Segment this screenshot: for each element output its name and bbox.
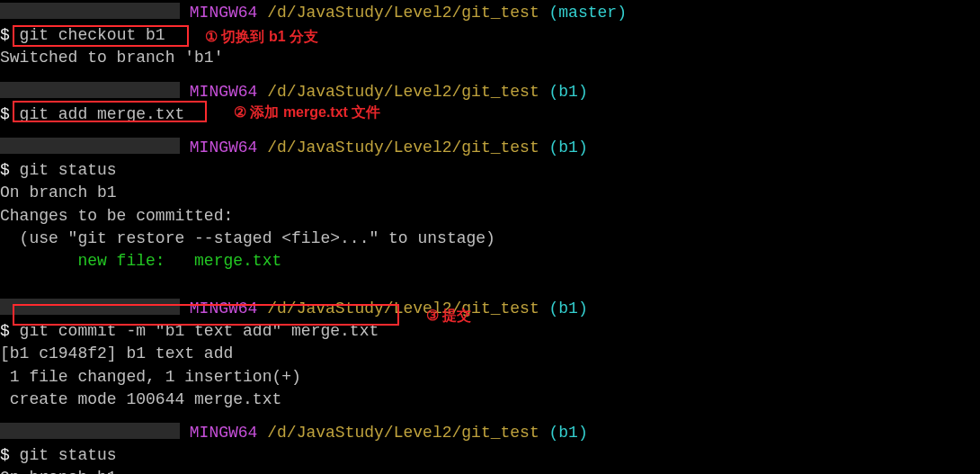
command-line: $ git status [0, 444, 980, 467]
branch: (b1) [549, 424, 588, 442]
output-changes: Changes to be committed: [0, 205, 980, 228]
command-line: $ git status [0, 159, 980, 182]
output-hint: (use "git restore --staged <file>..." to… [0, 228, 980, 250]
redacted-user [0, 82, 180, 98]
spacer [0, 273, 980, 298]
prompt-line: MINGW64 /d/JavaStudy/Level2/git_test (b1… [0, 137, 980, 159]
prompt-dollar: $ [0, 161, 20, 179]
git-bash-terminal[interactable]: MINGW64 /d/JavaStudy/Level2/git_test (ma… [0, 0, 980, 474]
prompt-line: MINGW64 /d/JavaStudy/Level2/git_test (ma… [0, 2, 980, 24]
annotation-3: ③ 提交 [426, 306, 471, 326]
branch: (b1) [549, 139, 588, 157]
branch: (b1) [549, 300, 588, 317]
annotation-2: ② 添加 merge.txt 文件 [234, 103, 380, 122]
highlight-box-3 [13, 304, 399, 326]
prompt-line: MINGW64 /d/JavaStudy/Level2/git_test (b1… [0, 422, 980, 444]
output-new-file: new file: merge.txt [0, 250, 980, 273]
output-on-branch2: On branch b1 [0, 467, 980, 474]
host: MINGW64 [190, 4, 258, 22]
redacted-user [0, 138, 180, 154]
branch: (master) [549, 4, 627, 22]
spacer [0, 70, 980, 81]
cmd-git-status: git status [20, 161, 117, 179]
output-commit-hash: [b1 c1948f2] b1 text add [0, 343, 980, 365]
prompt-line: MINGW64 /d/JavaStudy/Level2/git_test (b1… [0, 81, 980, 103]
path: /d/JavaStudy/Level2/git_test [267, 139, 539, 157]
branch: (b1) [549, 83, 588, 101]
highlight-box-1 [13, 25, 189, 47]
host: MINGW64 [190, 83, 258, 101]
output-on-branch: On branch b1 [0, 182, 980, 204]
highlight-box-2 [13, 101, 207, 122]
output-switched: Switched to branch 'b1' [0, 47, 980, 69]
spacer [0, 411, 980, 422]
host: MINGW64 [190, 424, 258, 442]
output-create-mode: create mode 100644 merge.txt [0, 389, 980, 411]
path: /d/JavaStudy/Level2/git_test [267, 83, 539, 101]
spacer [0, 126, 980, 137]
path: /d/JavaStudy/Level2/git_test [267, 424, 539, 442]
cmd-git-status2: git status [20, 446, 117, 464]
path: /d/JavaStudy/Level2/git_test [267, 4, 539, 22]
redacted-user [0, 423, 180, 439]
output-file-changed: 1 file changed, 1 insertion(+) [0, 366, 980, 389]
prompt-dollar: $ [0, 446, 20, 464]
redacted-user [0, 3, 180, 19]
annotation-1: ① ① 切换到 b1 分支切换到 b1 分支 [205, 27, 318, 47]
host: MINGW64 [190, 139, 258, 157]
